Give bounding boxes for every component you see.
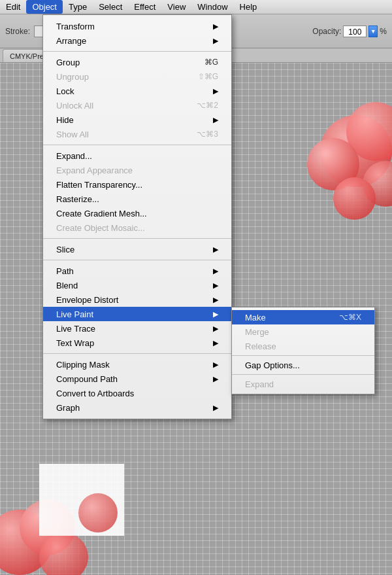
submenu-separator-2 bbox=[232, 374, 374, 375]
menubar-object[interactable]: Object bbox=[26, 0, 63, 14]
menu-item-path[interactable]: Path ▶ bbox=[43, 264, 231, 278]
menubar-type[interactable]: Type bbox=[63, 0, 93, 14]
menu-item-blend-arrow: ▶ bbox=[213, 281, 218, 290]
menu-item-flatten-label: Flatten Transparency... bbox=[56, 180, 142, 190]
menu-item-flatten[interactable]: Flatten Transparency... bbox=[43, 177, 231, 192]
menu-item-text-wrap-label: Text Wrap bbox=[56, 338, 94, 348]
menu-item-envelope-distort-arrow: ▶ bbox=[213, 296, 218, 304]
menu-item-slice[interactable]: Slice ▶ bbox=[43, 242, 231, 256]
object-dropdown: Transform ▶ Arrange ▶ Group ⌘G Ungroup ⇧… bbox=[42, 14, 232, 419]
menu-item-text-wrap-arrow: ▶ bbox=[213, 339, 218, 347]
menu-item-gradient-mesh-label: Create Gradient Mesh... bbox=[56, 209, 147, 218]
menu-item-group-label: Group bbox=[56, 58, 80, 67]
menubar-window[interactable]: Window bbox=[191, 0, 233, 14]
submenu-item-make-shortcut: ⌥⌘X bbox=[339, 313, 361, 322]
menu-item-group[interactable]: Group ⌘G bbox=[43, 55, 231, 69]
menu-item-show-all[interactable]: Show All ⌥⌘3 bbox=[43, 127, 231, 141]
live-paint-submenu: Make ⌥⌘X Merge Release Gap Options... Ex… bbox=[231, 307, 375, 394]
menubar-view[interactable]: View bbox=[161, 0, 191, 14]
menu-item-clipping-mask[interactable]: Clipping Mask ▶ bbox=[43, 357, 231, 372]
menu-item-rasterize[interactable]: Rasterize... bbox=[43, 192, 231, 206]
separator-1 bbox=[43, 51, 231, 52]
menu-item-unlock-all-label: Unlock All bbox=[56, 101, 93, 111]
separator-5 bbox=[43, 353, 231, 354]
menu-item-compound-path-arrow: ▶ bbox=[213, 375, 218, 383]
menu-section-4: Slice ▶ bbox=[43, 241, 231, 258]
separator-2 bbox=[43, 145, 231, 145]
opacity-label: Opacity: bbox=[312, 27, 341, 36]
menu-item-lock[interactable]: Lock ▶ bbox=[43, 84, 231, 98]
menu-item-expand-appearance-label: Expand Appearance bbox=[56, 166, 133, 175]
menu-item-lock-arrow: ▶ bbox=[213, 87, 218, 96]
menu-item-show-all-shortcut: ⌥⌘3 bbox=[197, 130, 218, 139]
menubar-help[interactable]: Help bbox=[234, 0, 263, 14]
opacity-value[interactable]: 100 bbox=[343, 26, 367, 37]
menu-item-hide-label: Hide bbox=[56, 115, 74, 125]
menu-item-arrange-arrow: ▶ bbox=[213, 37, 218, 45]
menu-section-3: Expand... Expand Appearance Flatten Tran… bbox=[43, 147, 231, 236]
menu-item-unlock-all-shortcut: ⌥⌘2 bbox=[197, 101, 218, 110]
menu-item-hide[interactable]: Hide ▶ bbox=[43, 113, 231, 127]
menu-item-rasterize-label: Rasterize... bbox=[56, 194, 99, 204]
menu-item-expand[interactable]: Expand... bbox=[43, 148, 231, 163]
menu-item-unlock-all[interactable]: Unlock All ⌥⌘2 bbox=[43, 98, 231, 113]
menu-item-text-wrap[interactable]: Text Wrap ▶ bbox=[43, 336, 231, 350]
menu-item-gradient-mesh[interactable]: Create Gradient Mesh... bbox=[43, 206, 231, 220]
menu-item-live-paint-label: Live Paint bbox=[56, 309, 93, 319]
stroke-label: Stroke: bbox=[5, 27, 30, 36]
menu-item-live-paint-arrow: ▶ bbox=[213, 310, 218, 319]
separator-4 bbox=[43, 260, 231, 260]
submenu-item-release[interactable]: Release bbox=[232, 339, 374, 353]
menu-item-ungroup-label: Ungroup bbox=[56, 72, 89, 82]
menu-section-5: Path ▶ Blend ▶ Envelope Distort ▶ Live P… bbox=[43, 262, 231, 351]
menubar-effect[interactable]: Effect bbox=[128, 0, 161, 14]
menu-item-object-mosaic[interactable]: Create Object Mosaic... bbox=[43, 220, 231, 235]
menu-item-blend[interactable]: Blend ▶ bbox=[43, 278, 231, 292]
menu-item-live-paint[interactable]: Live Paint ▶ Make ⌥⌘X Merge Release Gap … bbox=[43, 307, 231, 321]
menu-item-slice-label: Slice bbox=[56, 245, 74, 254]
menu-item-path-arrow: ▶ bbox=[213, 267, 218, 275]
menubar-select[interactable]: Select bbox=[93, 0, 128, 14]
menu-item-graph[interactable]: Graph ▶ bbox=[43, 400, 231, 415]
menu-section-6: Clipping Mask ▶ Compound Path ▶ Convert … bbox=[43, 356, 231, 416]
menu-item-compound-path-label: Compound Path bbox=[56, 374, 118, 384]
menu-item-ungroup[interactable]: Ungroup ⇧⌘G bbox=[43, 69, 231, 84]
menubar-edit[interactable]: Edit bbox=[0, 0, 26, 14]
menu-item-arrange-label: Arrange bbox=[56, 36, 86, 46]
menu-item-envelope-distort[interactable]: Envelope Distort ▶ bbox=[43, 292, 231, 307]
menu-item-graph-label: Graph bbox=[56, 403, 80, 413]
submenu-item-merge-label: Merge bbox=[245, 327, 269, 337]
menu-item-blend-label: Blend bbox=[56, 281, 78, 290]
menu-item-object-mosaic-label: Create Object Mosaic... bbox=[56, 223, 145, 233]
menu-item-transform-label: Transform bbox=[56, 22, 95, 31]
submenu-item-make[interactable]: Make ⌥⌘X bbox=[232, 310, 374, 324]
menu-item-clipping-mask-arrow: ▶ bbox=[213, 360, 218, 369]
menu-item-convert-artboards-label: Convert to Artboards bbox=[56, 389, 134, 398]
menu-item-arrange[interactable]: Arrange ▶ bbox=[43, 33, 231, 48]
menu-item-transform-arrow: ▶ bbox=[213, 22, 218, 31]
opacity-group: Opacity: 100 ▼ % bbox=[312, 26, 387, 37]
canvas-artboard bbox=[39, 464, 124, 536]
menu-item-path-label: Path bbox=[56, 266, 74, 276]
menu-item-expand-appearance[interactable]: Expand Appearance bbox=[43, 163, 231, 177]
menubar: Edit Object Type Select Effect View Wind… bbox=[0, 0, 392, 14]
menu-item-expand-label: Expand... bbox=[56, 151, 92, 161]
submenu-item-release-label: Release bbox=[245, 341, 276, 351]
cherry-illustration-top bbox=[281, 102, 392, 246]
opacity-pct: % bbox=[380, 27, 387, 36]
menu-item-live-trace-arrow: ▶ bbox=[213, 324, 218, 333]
menu-item-lock-label: Lock bbox=[56, 86, 74, 96]
submenu-item-merge[interactable]: Merge bbox=[232, 324, 374, 339]
menu-item-slice-arrow: ▶ bbox=[213, 245, 218, 254]
opacity-arrow[interactable]: ▼ bbox=[368, 26, 378, 37]
menu-item-live-trace[interactable]: Live Trace ▶ bbox=[43, 321, 231, 336]
submenu-item-expand[interactable]: Expand bbox=[232, 377, 374, 391]
submenu-item-gap-options[interactable]: Gap Options... bbox=[232, 358, 374, 372]
menu-item-envelope-distort-label: Envelope Distort bbox=[56, 295, 118, 305]
menu-item-transform[interactable]: Transform ▶ bbox=[43, 19, 231, 33]
menu-item-graph-arrow: ▶ bbox=[213, 404, 218, 412]
separator-3 bbox=[43, 238, 231, 239]
menu-item-compound-path[interactable]: Compound Path ▶ bbox=[43, 372, 231, 386]
menu-item-convert-artboards[interactable]: Convert to Artboards bbox=[43, 386, 231, 400]
menu-section-1: Transform ▶ Arrange ▶ bbox=[43, 18, 231, 49]
